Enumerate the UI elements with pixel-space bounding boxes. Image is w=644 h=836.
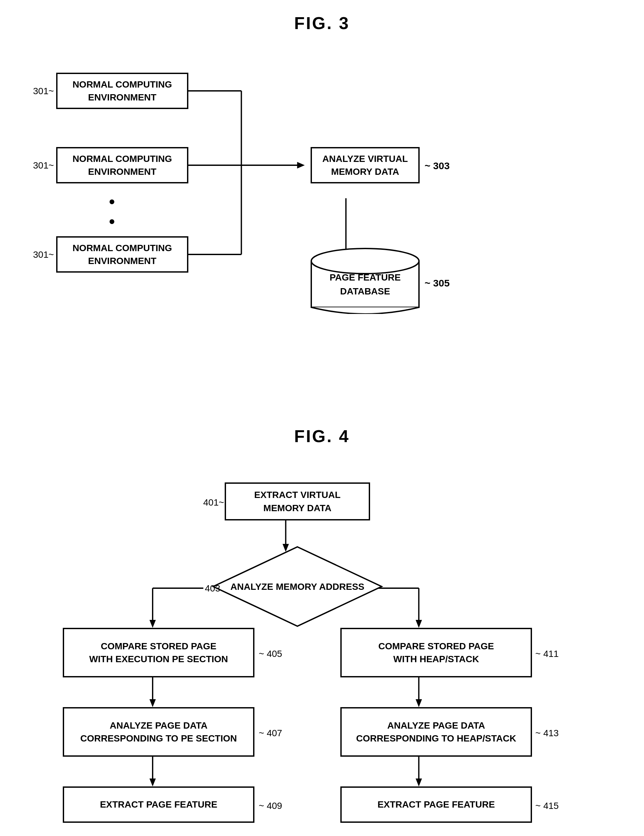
- extract-vm-box: EXTRACT VIRTUAL MEMORY DATA: [225, 482, 370, 521]
- label-301c: 301~: [33, 250, 54, 260]
- compare-stored-pe-box: COMPARE STORED PAGE WITH EXECUTION PE SE…: [63, 628, 255, 678]
- svg-marker-14: [149, 620, 155, 628]
- fig3-title: FIG. 3: [13, 13, 631, 33]
- label-405: ~ 405: [259, 649, 282, 659]
- label-407: ~ 407: [259, 728, 282, 738]
- normal-env-1: NORMAL COMPUTING ENVIRONMENT: [56, 73, 188, 109]
- fig4-diagram: EXTRACT VIRTUAL MEMORY DATA 401~ ANALYZE…: [13, 466, 631, 836]
- label-403: 403: [205, 583, 221, 594]
- fig4-title: FIG. 4: [13, 426, 631, 446]
- label-413: ~ 413: [535, 728, 559, 738]
- fig3-diagram: NORMAL COMPUTING ENVIRONMENT 301~ NORMAL…: [13, 53, 631, 416]
- label-415: ~ 415: [535, 801, 559, 811]
- normal-env-3: NORMAL COMPUTING ENVIRONMENT: [56, 236, 188, 273]
- svg-point-9: [311, 248, 419, 274]
- label-301a: 301~: [33, 86, 54, 96]
- analyze-page-pe-box: ANALYZE PAGE DATA CORRESPONDING TO PE SE…: [63, 707, 255, 757]
- analyze-addr-diamond: ANALYZE MEMORY ADDRESS: [211, 545, 383, 628]
- page-feature-db: PAGE FEATURE DATABASE: [311, 248, 420, 314]
- label-305: ~ 305: [425, 278, 450, 289]
- svg-marker-25: [416, 779, 422, 787]
- label-401: 401~: [203, 497, 224, 508]
- svg-marker-19: [149, 699, 155, 707]
- analyze-vm-box: ANALYZE VIRTUAL MEMORY DATA: [311, 147, 420, 183]
- page: FIG. 3 NORMAL COMPUTING ENVIRONMENT 301~: [0, 0, 644, 836]
- svg-marker-23: [416, 699, 422, 707]
- extract-feature-1-box: EXTRACT PAGE FEATURE: [63, 787, 255, 823]
- analyze-page-heap-box: ANALYZE PAGE DATA CORRESPONDING TO HEAP/…: [340, 707, 532, 757]
- label-409: ~ 409: [259, 801, 282, 811]
- label-303: ~ 303: [425, 160, 450, 171]
- svg-marker-5: [297, 162, 305, 168]
- label-411: ~ 411: [535, 649, 559, 659]
- label-301b: 301~: [33, 160, 54, 171]
- compare-stored-heap-box: COMPARE STORED PAGE WITH HEAP/STACK: [340, 628, 532, 678]
- svg-marker-17: [416, 620, 422, 628]
- extract-feature-2-box: EXTRACT PAGE FEATURE: [340, 787, 532, 823]
- normal-env-2: NORMAL COMPUTING ENVIRONMENT: [56, 147, 188, 183]
- svg-marker-21: [149, 779, 155, 787]
